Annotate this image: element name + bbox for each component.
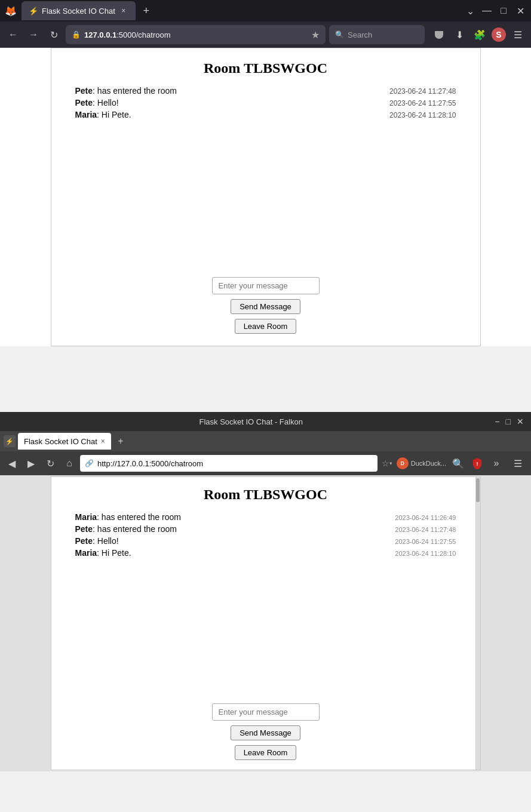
tab-favicon: ⚡: [29, 7, 38, 16]
chat-scrollbar[interactable]: [475, 477, 480, 770]
table-row: Pete: has entered the room 2023-06-24 11…: [75, 86, 456, 96]
extensions-icon[interactable]: 🧩: [471, 26, 488, 43]
leave-room-button-top[interactable]: Leave Room: [235, 319, 297, 334]
message-username: Pete: [75, 86, 93, 96]
falkon-window-title: Flask Socket IO Chat - Falkon: [7, 417, 495, 426]
minimize-button[interactable]: —: [481, 5, 493, 16]
table-row: Pete: has entered the room 2023-06-24 11…: [75, 524, 456, 534]
falkon-menu-button[interactable]: ☰: [508, 454, 527, 473]
new-tab-button[interactable]: +: [138, 2, 155, 19]
tab-close-button[interactable]: ×: [119, 6, 128, 16]
message-username: Maria: [75, 110, 97, 119]
falkon-browser: Flask Socket IO Chat - Falkon − □ ✕ ⚡ Fl…: [0, 412, 531, 475]
falkon-forward-button[interactable]: ▶: [23, 455, 39, 472]
firefox-active-tab[interactable]: ⚡ Flask Socket IO Chat ×: [22, 1, 136, 20]
chat-panel-bottom: Room TLBSWGOC Maria: has entered the roo…: [51, 476, 481, 770]
falkon-home-button[interactable]: ⌂: [61, 455, 78, 472]
falkon-ddg-label: DuckDuck...: [411, 460, 446, 467]
message-username: Pete: [75, 524, 93, 534]
message-timestamp: 2023-06-24 11:27:48: [395, 526, 456, 533]
table-row: Pete: Hello! 2023-06-24 11:27:55: [75, 536, 456, 546]
tab-list-button[interactable]: ⌄: [464, 5, 476, 17]
message-username: Pete: [75, 98, 93, 107]
message-text: Pete: has entered the room: [75, 86, 177, 96]
falkon-chat-page: Room TLBSWGOC Maria: has entered the roo…: [0, 475, 531, 771]
desktop-background: [0, 346, 531, 412]
table-row: Pete: Hello! 2023-06-24 11:27:55: [75, 98, 456, 107]
chat-panel-top: Room TLBSWGOC Pete: has entered the room…: [51, 48, 481, 346]
falkon-bookmark-dropdown: ▾: [389, 460, 392, 466]
firefox-toolbar-icons: ⬇ 🧩 S ☰: [431, 26, 526, 43]
download-icon[interactable]: ⬇: [451, 26, 468, 43]
desktop-background-bottom: [0, 771, 531, 807]
forward-button[interactable]: →: [25, 26, 42, 43]
table-row: Maria: Hi Pete. 2023-06-24 11:28:10: [75, 110, 456, 119]
svg-text:!: !: [476, 461, 478, 467]
window-controls: ⌄ — □ ✕: [464, 5, 526, 17]
pocket-icon[interactable]: [431, 26, 447, 43]
falkon-address-host: 127.0.0.1: [117, 459, 149, 468]
firefox-chat-page: Room TLBSWGOC Pete: has entered the room…: [0, 48, 531, 346]
search-text: Search: [348, 30, 372, 39]
message-input-bottom[interactable]: [212, 703, 320, 721]
falkon-tab-favicon: ⚡: [4, 435, 16, 447]
falkon-close-button[interactable]: ✕: [517, 417, 524, 426]
send-message-button-bottom[interactable]: Send Message: [231, 725, 300, 740]
message-text: Maria: has entered the room: [75, 512, 181, 522]
leave-room-button-bottom[interactable]: Leave Room: [235, 745, 297, 760]
message-timestamp: 2023-06-24 11:26:49: [395, 514, 456, 521]
message-timestamp: 2023-06-24 11:27:55: [389, 99, 456, 107]
falkon-shield-icon[interactable]: !: [470, 456, 484, 470]
address-text: 127.0.0.1:5000/chatroom: [84, 30, 308, 39]
message-timestamp: 2023-06-24 11:28:10: [389, 111, 456, 119]
falkon-reload-button[interactable]: ↻: [42, 455, 59, 472]
message-text: Pete: Hello!: [75, 536, 119, 546]
maximize-button[interactable]: □: [498, 5, 509, 16]
address-path: :5000/chatroom: [116, 30, 170, 39]
falkon-more-button[interactable]: »: [487, 454, 506, 473]
falkon-toolbar-icons: D DuckDuck... 🔍 ! » ☰: [397, 454, 527, 473]
chat-messages-bottom: Maria: has entered the room 2023-06-24 1…: [69, 512, 462, 691]
falkon-address-path: :5000/chatroom: [149, 459, 203, 468]
firefox-logo-icon: 🦊: [5, 5, 17, 17]
falkon-address-icon: 🔗: [85, 459, 94, 467]
falkon-new-tab-button[interactable]: +: [113, 434, 128, 448]
close-button[interactable]: ✕: [514, 5, 526, 17]
send-message-button-top[interactable]: Send Message: [231, 299, 300, 314]
falkon-ddg-button[interactable]: D: [397, 457, 409, 469]
chat-input-section-bottom: Send Message Leave Room: [69, 703, 462, 760]
falkon-bookmark-button[interactable]: ☆ ▾: [380, 456, 394, 470]
address-bar[interactable]: 🔒 127.0.0.1:5000/chatroom ★: [66, 25, 326, 44]
message-text: Pete: Hello!: [75, 98, 119, 107]
falkon-nav-bar: ◀ ▶ ↻ ⌂ 🔗 http://127.0.0.1:5000/chatroom…: [0, 451, 531, 475]
reload-button[interactable]: ↻: [45, 26, 62, 43]
message-text: Pete: has entered the room: [75, 524, 177, 534]
bookmark-star-icon[interactable]: ★: [311, 29, 320, 41]
table-row: Maria: has entered the room 2023-06-24 1…: [75, 512, 456, 522]
tab-title: Flask Socket IO Chat: [42, 7, 115, 16]
falkon-active-tab[interactable]: Flask Socket IO Chat ×: [18, 433, 111, 450]
address-host: 127.0.0.1: [84, 30, 116, 39]
firefox-nav-bar: ← → ↻ 🔒 127.0.0.1:5000/chatroom ★ 🔍 Sear…: [0, 21, 531, 48]
falkon-tab-title: Flask Socket IO Chat: [24, 437, 97, 446]
search-bar[interactable]: 🔍 Search: [329, 25, 425, 44]
falkon-minimize-button[interactable]: −: [495, 417, 499, 426]
falkon-tab-close-button[interactable]: ×: [101, 437, 105, 445]
message-username: Pete: [75, 536, 93, 546]
menu-button[interactable]: ☰: [509, 26, 526, 43]
scrollbar-thumb[interactable]: [476, 478, 480, 502]
account-icon[interactable]: S: [492, 27, 506, 42]
falkon-title-bar: Flask Socket IO Chat - Falkon − □ ✕: [0, 412, 531, 431]
message-timestamp: 2023-06-24 11:27:55: [395, 538, 456, 545]
table-row: Maria: Hi Pete. 2023-06-24 11:28:10: [75, 548, 456, 558]
room-title-top: Room TLBSWGOC: [69, 60, 462, 76]
message-input-top[interactable]: [212, 277, 320, 294]
falkon-address-bar[interactable]: 🔗 http://127.0.0.1:5000/chatroom: [80, 455, 377, 472]
back-button[interactable]: ←: [5, 26, 22, 43]
message-timestamp: 2023-06-24 11:27:48: [389, 87, 456, 96]
falkon-back-button[interactable]: ◀: [4, 455, 20, 472]
lock-icon: 🔒: [72, 30, 81, 39]
falkon-maximize-button[interactable]: □: [506, 417, 511, 426]
firefox-title-bar: 🦊 ⚡ Flask Socket IO Chat × + ⌄ — □ ✕: [0, 0, 531, 21]
falkon-search-icon[interactable]: 🔍: [449, 454, 468, 473]
